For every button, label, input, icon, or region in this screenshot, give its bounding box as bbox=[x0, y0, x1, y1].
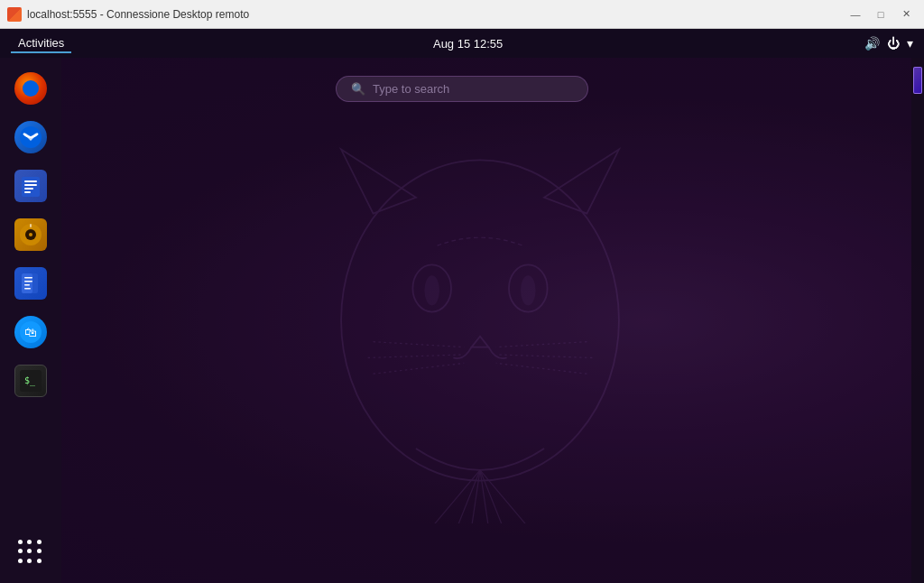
maximize-button[interactable]: □ bbox=[870, 5, 892, 23]
apps-grid-icon bbox=[14, 536, 47, 569]
grid-dot-7 bbox=[18, 559, 23, 563]
systray: 🔊 ⏻ ▾ bbox=[864, 36, 913, 51]
svg-rect-35 bbox=[24, 288, 31, 290]
svg-rect-29 bbox=[30, 224, 32, 227]
search-bar: 🔍 bbox=[336, 76, 588, 102]
thunderbird-icon bbox=[14, 121, 47, 153]
notes-icon bbox=[14, 170, 47, 202]
titlebar-app-icon bbox=[7, 7, 22, 22]
dock-item-firefox[interactable] bbox=[9, 67, 52, 110]
store-icon: 🛍 bbox=[14, 316, 47, 348]
gnome-topbar: Activities Aug 15 12:55 🔊 ⏻ ▾ bbox=[0, 29, 924, 58]
desktop: 🔍 bbox=[0, 58, 924, 583]
dock-item-thunderbird[interactable] bbox=[9, 116, 52, 159]
firefox-icon bbox=[14, 72, 47, 105]
svg-rect-32 bbox=[24, 277, 32, 279]
close-button[interactable]: ✕ bbox=[895, 5, 917, 23]
dock-item-show-applications[interactable] bbox=[9, 531, 52, 574]
grid-dot-4 bbox=[18, 549, 23, 553]
workspace-thumb-1[interactable] bbox=[913, 67, 922, 94]
grid-dot-1 bbox=[18, 540, 23, 544]
grid-dot-3 bbox=[37, 540, 42, 544]
search-bar-container: 🔍 bbox=[336, 76, 588, 102]
rhythmbox-icon bbox=[14, 218, 47, 251]
power-icon[interactable]: ⏻ bbox=[887, 36, 900, 51]
svg-rect-34 bbox=[24, 284, 30, 286]
grid-dot-2 bbox=[27, 540, 32, 544]
dock-item-store[interactable]: 🛍 bbox=[9, 310, 52, 354]
svg-rect-21 bbox=[22, 177, 40, 197]
svg-rect-22 bbox=[24, 180, 37, 182]
dock-item-writer[interactable] bbox=[9, 262, 52, 305]
systray-arrow-icon[interactable]: ▾ bbox=[907, 36, 913, 51]
activities-button[interactable]: Activities bbox=[11, 34, 71, 53]
dock-item-rhythmbox[interactable] bbox=[9, 213, 52, 256]
svg-rect-25 bbox=[24, 191, 31, 193]
window-controls: — □ ✕ bbox=[845, 5, 917, 23]
topbar-clock: Aug 15 12:55 bbox=[433, 37, 503, 51]
svg-rect-23 bbox=[24, 184, 37, 186]
search-icon: 🔍 bbox=[351, 82, 365, 96]
workspace-switcher bbox=[911, 58, 924, 583]
grid-dot-6 bbox=[37, 549, 42, 553]
svg-rect-33 bbox=[24, 281, 32, 282]
dock-item-notes[interactable] bbox=[9, 164, 52, 208]
left-dock: 🛍 $_ bbox=[0, 58, 61, 583]
svg-rect-31 bbox=[22, 273, 32, 293]
grid-dot-5 bbox=[27, 549, 32, 553]
writer-icon bbox=[14, 267, 47, 300]
dock-item-terminal[interactable]: $_ bbox=[9, 359, 52, 403]
search-input[interactable] bbox=[373, 82, 573, 96]
svg-text:$_: $_ bbox=[24, 375, 36, 386]
sound-icon[interactable]: 🔊 bbox=[864, 36, 880, 51]
svg-rect-24 bbox=[24, 188, 33, 190]
window-titlebar: localhost:5555 - Connessione Desktop rem… bbox=[0, 0, 924, 29]
terminal-icon: $_ bbox=[14, 365, 47, 397]
minimize-button[interactable]: — bbox=[845, 5, 866, 23]
activities-overlay: 🔍 bbox=[0, 58, 924, 583]
remote-desktop-content: Activities Aug 15 12:55 🔊 ⏻ ▾ bbox=[0, 29, 924, 583]
grid-dot-9 bbox=[37, 559, 42, 563]
window-title: localhost:5555 - Connessione Desktop rem… bbox=[27, 8, 845, 21]
svg-point-28 bbox=[29, 233, 32, 236]
svg-text:🛍: 🛍 bbox=[24, 325, 37, 339]
grid-dot-8 bbox=[27, 559, 32, 563]
